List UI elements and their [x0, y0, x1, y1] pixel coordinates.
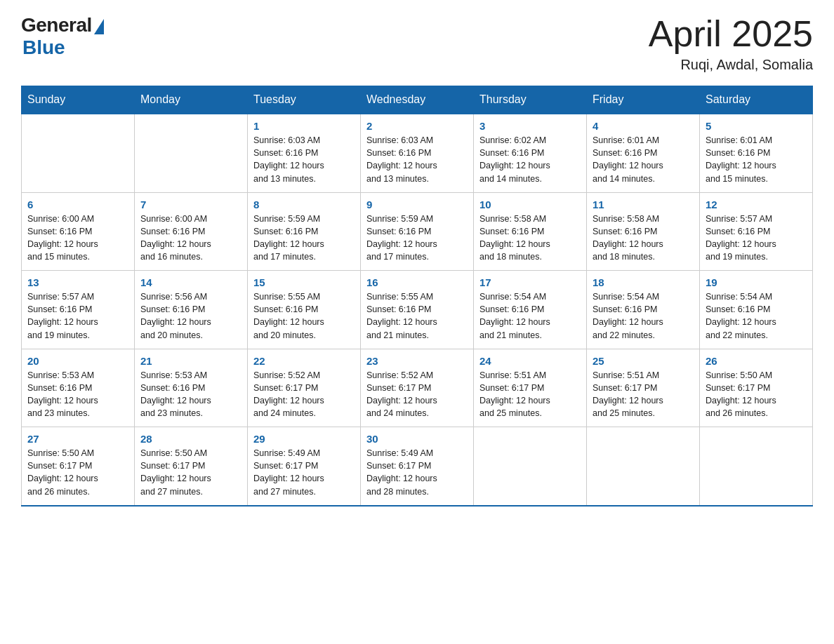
- calendar-cell: [135, 114, 248, 192]
- month-title: April 2025: [649, 14, 813, 54]
- day-header-thursday: Thursday: [474, 86, 587, 114]
- calendar-week-row: 27Sunrise: 5:50 AMSunset: 6:17 PMDayligh…: [22, 427, 813, 506]
- day-number: 11: [593, 199, 694, 210]
- day-info: Sunrise: 5:55 AMSunset: 6:16 PMDaylight:…: [253, 290, 355, 342]
- day-info: Sunrise: 5:54 AMSunset: 6:16 PMDaylight:…: [479, 290, 581, 342]
- calendar-cell: 6Sunrise: 6:00 AMSunset: 6:16 PMDaylight…: [22, 192, 135, 271]
- day-info: Sunrise: 5:54 AMSunset: 6:16 PMDaylight:…: [706, 290, 807, 342]
- calendar-week-row: 20Sunrise: 5:53 AMSunset: 6:16 PMDayligh…: [22, 349, 813, 427]
- day-number: 23: [366, 355, 468, 367]
- calendar-cell: 24Sunrise: 5:51 AMSunset: 6:17 PMDayligh…: [474, 349, 587, 427]
- day-info: Sunrise: 5:49 AMSunset: 6:17 PMDaylight:…: [366, 447, 468, 498]
- day-number: 26: [706, 355, 807, 367]
- logo-triangle-icon: [94, 19, 104, 34]
- day-number: 10: [479, 199, 581, 210]
- day-info: Sunrise: 6:00 AMSunset: 6:16 PMDaylight:…: [140, 213, 241, 264]
- day-info: Sunrise: 6:03 AMSunset: 6:16 PMDaylight:…: [366, 134, 468, 185]
- day-info: Sunrise: 5:52 AMSunset: 6:17 PMDaylight:…: [253, 369, 355, 420]
- day-info: Sunrise: 5:57 AMSunset: 6:16 PMDaylight:…: [706, 213, 807, 264]
- calendar-cell: 3Sunrise: 6:02 AMSunset: 6:16 PMDaylight…: [474, 114, 587, 192]
- day-number: 3: [479, 120, 581, 132]
- day-info: Sunrise: 5:58 AMSunset: 6:16 PMDaylight:…: [479, 213, 581, 264]
- logo-blue-text: Blue: [22, 36, 65, 59]
- calendar-table: SundayMondayTuesdayWednesdayThursdayFrid…: [21, 86, 813, 507]
- day-number: 13: [27, 276, 128, 288]
- day-info: Sunrise: 5:49 AMSunset: 6:17 PMDaylight:…: [253, 447, 355, 498]
- day-info: Sunrise: 5:50 AMSunset: 6:17 PMDaylight:…: [706, 369, 807, 420]
- day-info: Sunrise: 6:00 AMSunset: 6:16 PMDaylight:…: [27, 213, 128, 264]
- day-number: 22: [253, 355, 355, 367]
- page-header: General Blue April 2025 Ruqi, Awdal, Som…: [21, 14, 813, 73]
- day-number: 6: [27, 199, 128, 210]
- day-info: Sunrise: 5:55 AMSunset: 6:16 PMDaylight:…: [366, 290, 468, 342]
- day-number: 27: [27, 433, 128, 445]
- day-info: Sunrise: 5:59 AMSunset: 6:16 PMDaylight:…: [366, 213, 468, 264]
- day-info: Sunrise: 6:01 AMSunset: 6:16 PMDaylight:…: [706, 134, 807, 185]
- day-number: 17: [479, 276, 581, 288]
- day-info: Sunrise: 6:03 AMSunset: 6:16 PMDaylight:…: [253, 134, 355, 185]
- day-info: Sunrise: 5:50 AMSunset: 6:17 PMDaylight:…: [140, 447, 241, 498]
- calendar-week-row: 6Sunrise: 6:00 AMSunset: 6:16 PMDaylight…: [22, 192, 813, 271]
- day-number: 25: [593, 355, 694, 367]
- day-number: 20: [27, 355, 128, 367]
- day-info: Sunrise: 5:50 AMSunset: 6:17 PMDaylight:…: [27, 447, 128, 498]
- calendar-cell: [22, 114, 135, 192]
- logo: General Blue: [21, 14, 104, 59]
- day-number: 24: [479, 355, 581, 367]
- day-info: Sunrise: 5:58 AMSunset: 6:16 PMDaylight:…: [593, 213, 694, 264]
- day-info: Sunrise: 6:02 AMSunset: 6:16 PMDaylight:…: [479, 134, 581, 185]
- day-info: Sunrise: 5:56 AMSunset: 6:16 PMDaylight:…: [140, 290, 241, 342]
- calendar-cell: 16Sunrise: 5:55 AMSunset: 6:16 PMDayligh…: [361, 271, 474, 349]
- calendar-cell: 2Sunrise: 6:03 AMSunset: 6:16 PMDaylight…: [361, 114, 474, 192]
- calendar-cell: 17Sunrise: 5:54 AMSunset: 6:16 PMDayligh…: [474, 271, 587, 349]
- calendar-cell: [587, 427, 700, 506]
- day-header-friday: Friday: [587, 86, 700, 114]
- calendar-cell: 19Sunrise: 5:54 AMSunset: 6:16 PMDayligh…: [700, 271, 813, 349]
- calendar-cell: 8Sunrise: 5:59 AMSunset: 6:16 PMDaylight…: [248, 192, 361, 271]
- day-info: Sunrise: 5:53 AMSunset: 6:16 PMDaylight:…: [27, 369, 128, 420]
- day-number: 21: [140, 355, 241, 367]
- calendar-cell: 12Sunrise: 5:57 AMSunset: 6:16 PMDayligh…: [700, 192, 813, 271]
- calendar-week-row: 1Sunrise: 6:03 AMSunset: 6:16 PMDaylight…: [22, 114, 813, 192]
- day-header-wednesday: Wednesday: [361, 86, 474, 114]
- day-number: 9: [366, 199, 468, 210]
- day-number: 29: [253, 433, 355, 445]
- calendar-cell: 25Sunrise: 5:51 AMSunset: 6:17 PMDayligh…: [587, 349, 700, 427]
- day-number: 14: [140, 276, 241, 288]
- day-number: 7: [140, 199, 241, 210]
- day-number: 1: [253, 120, 355, 132]
- calendar-cell: 7Sunrise: 6:00 AMSunset: 6:16 PMDaylight…: [135, 192, 248, 271]
- day-info: Sunrise: 5:51 AMSunset: 6:17 PMDaylight:…: [593, 369, 694, 420]
- day-header-monday: Monday: [135, 86, 248, 114]
- day-number: 5: [706, 120, 807, 132]
- calendar-cell: 11Sunrise: 5:58 AMSunset: 6:16 PMDayligh…: [587, 192, 700, 271]
- calendar-cell: 20Sunrise: 5:53 AMSunset: 6:16 PMDayligh…: [22, 349, 135, 427]
- day-number: 19: [706, 276, 807, 288]
- day-number: 8: [253, 199, 355, 210]
- day-info: Sunrise: 5:53 AMSunset: 6:16 PMDaylight:…: [140, 369, 241, 420]
- day-info: Sunrise: 5:51 AMSunset: 6:17 PMDaylight:…: [479, 369, 581, 420]
- day-info: Sunrise: 6:01 AMSunset: 6:16 PMDaylight:…: [593, 134, 694, 185]
- day-number: 15: [253, 276, 355, 288]
- day-info: Sunrise: 5:52 AMSunset: 6:17 PMDaylight:…: [366, 369, 468, 420]
- calendar-cell: [700, 427, 813, 506]
- calendar-cell: 15Sunrise: 5:55 AMSunset: 6:16 PMDayligh…: [248, 271, 361, 349]
- calendar-week-row: 13Sunrise: 5:57 AMSunset: 6:16 PMDayligh…: [22, 271, 813, 349]
- calendar-cell: 10Sunrise: 5:58 AMSunset: 6:16 PMDayligh…: [474, 192, 587, 271]
- calendar-cell: [474, 427, 587, 506]
- calendar-cell: 4Sunrise: 6:01 AMSunset: 6:16 PMDaylight…: [587, 114, 700, 192]
- calendar-cell: 13Sunrise: 5:57 AMSunset: 6:16 PMDayligh…: [22, 271, 135, 349]
- calendar-cell: 23Sunrise: 5:52 AMSunset: 6:17 PMDayligh…: [361, 349, 474, 427]
- calendar-cell: 9Sunrise: 5:59 AMSunset: 6:16 PMDaylight…: [361, 192, 474, 271]
- day-number: 4: [593, 120, 694, 132]
- day-number: 2: [366, 120, 468, 132]
- day-info: Sunrise: 5:59 AMSunset: 6:16 PMDaylight:…: [253, 213, 355, 264]
- day-header-saturday: Saturday: [700, 86, 813, 114]
- day-header-sunday: Sunday: [22, 86, 135, 114]
- day-info: Sunrise: 5:57 AMSunset: 6:16 PMDaylight:…: [27, 290, 128, 342]
- calendar-header-row: SundayMondayTuesdayWednesdayThursdayFrid…: [22, 86, 813, 114]
- logo-general-text: General: [21, 14, 92, 36]
- day-number: 16: [366, 276, 468, 288]
- calendar-cell: 5Sunrise: 6:01 AMSunset: 6:16 PMDaylight…: [700, 114, 813, 192]
- day-number: 30: [366, 433, 468, 445]
